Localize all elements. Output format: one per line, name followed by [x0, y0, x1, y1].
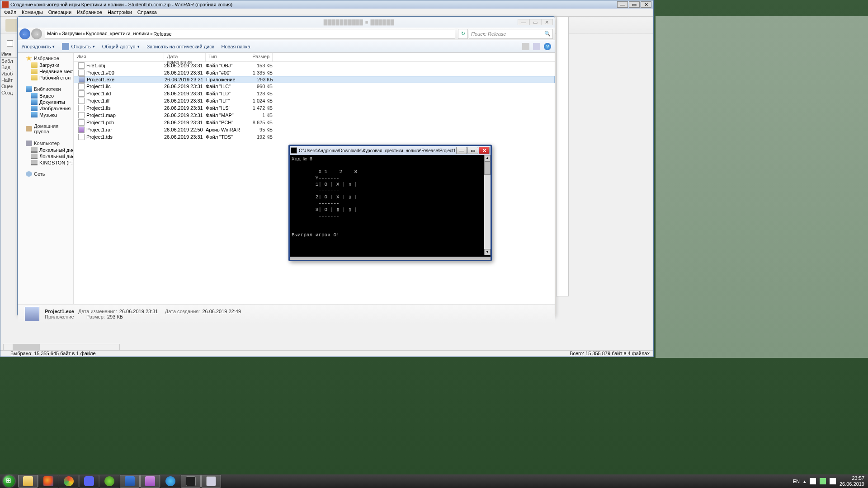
organize-button[interactable]: Упорядочить	[21, 44, 55, 49]
file-row[interactable]: Project1.pch26.06.2019 23:31Файл "PCH"8 …	[74, 119, 555, 126]
menu-file[interactable]: Файл	[4, 9, 16, 15]
taskbar-discord[interactable]	[79, 475, 99, 488]
view-icon[interactable]	[522, 43, 529, 50]
file-row[interactable]: Project1.exe26.06.2019 23:31Приложение29…	[74, 76, 555, 83]
help-icon[interactable]: ?	[544, 43, 551, 50]
tray-chevron-icon[interactable]: ▴	[803, 479, 806, 484]
explorer-min-button[interactable]: —	[518, 19, 529, 25]
tray-flag-icon[interactable]	[810, 478, 816, 484]
tray-volume-icon[interactable]	[830, 478, 836, 484]
tree-network[interactable]: Сеть	[18, 170, 73, 178]
breadcrumb-item[interactable]: Release	[153, 31, 171, 37]
file-type: Файл "PCH"	[206, 120, 247, 125]
explorer-titlebar-blur[interactable]: ██████████ ■ ██████ — ▭ ✕	[18, 17, 555, 28]
chrome-icon	[64, 476, 74, 486]
col-date[interactable]: Дата изменения	[164, 53, 206, 61]
scroll-down-icon[interactable]: ▼	[484, 249, 491, 255]
winrar-titlebar[interactable]: Создание компьютерной игры Крестики и но…	[0, 0, 653, 9]
refresh-button[interactable]: ↻	[458, 29, 468, 39]
console-min-button[interactable]: —	[456, 147, 467, 154]
col-name[interactable]: Имя	[74, 53, 164, 61]
file-icon	[78, 119, 85, 126]
search-input[interactable]: Поиск: Release	[469, 29, 553, 39]
breadcrumb-item[interactable]: Курсовая_крестики_нолики	[86, 31, 153, 37]
tree-item-desktop[interactable]: Рабочий стол	[18, 75, 73, 81]
col-header-name[interactable]: Имя	[0, 50, 18, 58]
share-button[interactable]: Общий доступ	[102, 44, 140, 49]
menu-commands[interactable]: Команды	[22, 9, 43, 15]
tree-item-drive-c[interactable]: Локальный диск (C	[18, 147, 73, 153]
tree-item-drive-f[interactable]: KINGSTON (F:)	[18, 160, 73, 166]
file-name: Project1.pch	[86, 120, 114, 125]
taskbar-app[interactable]	[201, 475, 221, 488]
menu-help[interactable]: Справка	[137, 9, 157, 15]
drive-icon	[31, 160, 38, 165]
taskbar-word[interactable]	[120, 475, 140, 488]
console-max-button[interactable]: ▭	[467, 147, 478, 154]
winrar-min-button[interactable]: —	[617, 1, 628, 8]
lang-indicator[interactable]: EN	[793, 479, 800, 484]
winrar-statusbar: Выбрано: 15 355 645 байт в 1 файле Всего…	[0, 350, 653, 357]
winrar-close-button[interactable]: ✕	[641, 1, 651, 8]
console-titlebar[interactable]: C:\Users\Андрюша\Downloads\Курсовая_крес…	[290, 146, 491, 155]
background-strip	[556, 16, 569, 296]
menu-operations[interactable]: Операции	[48, 9, 71, 15]
taskbar-firefox[interactable]	[38, 475, 58, 488]
taskbar-chrome[interactable]	[59, 475, 79, 488]
winrar-hscrollbar[interactable]	[3, 344, 120, 350]
breadcrumb-item[interactable]: Main	[47, 31, 62, 37]
scroll-up-icon[interactable]: ▲	[484, 155, 491, 161]
burn-button[interactable]: Записать на оптический диск	[147, 44, 214, 49]
tree-item-docs[interactable]: Документы	[18, 99, 73, 105]
nav-forward-button[interactable]: →	[31, 28, 42, 39]
open-button[interactable]: Открыть	[62, 43, 94, 50]
taskbar-explorer[interactable]	[18, 475, 38, 488]
file-date: 26.06.2019 23:31	[164, 84, 206, 89]
file-row[interactable]: Project1.ilc26.06.2019 23:31Файл "ILC"96…	[74, 83, 555, 90]
tree-item-recent[interactable]: Недавние места	[18, 68, 73, 75]
preview-icon[interactable]	[533, 43, 540, 50]
tree-item-downloads[interactable]: Загрузки	[18, 62, 73, 68]
explorer-max-button[interactable]: ▭	[529, 19, 541, 25]
details-name: Project1.exe	[45, 309, 74, 314]
tree-item-images[interactable]: Изображения	[18, 105, 73, 112]
file-row[interactable]: File1.obj26.06.2019 23:31Файл "OBJ"153 К…	[74, 62, 555, 69]
winrar-max-button[interactable]: ▭	[629, 1, 640, 8]
tree-item-video[interactable]: Видео	[18, 93, 73, 99]
tree-item-drive-d[interactable]: Локальный диск (D	[18, 153, 73, 160]
newfolder-button[interactable]: Новая папка	[222, 44, 250, 49]
file-row[interactable]: Project1.ilf26.06.2019 23:31Файл "ILF"1 …	[74, 97, 555, 104]
col-size[interactable]: Размер	[247, 53, 273, 61]
taskbar-clock[interactable]: 23:57 26.06.2019	[840, 475, 864, 487]
taskbar-ie[interactable]	[160, 475, 180, 488]
file-row[interactable]: Project1.tds26.06.2019 23:31Файл "TDS"19…	[74, 133, 555, 141]
taskbar-winrar[interactable]	[140, 475, 160, 488]
nav-back-button[interactable]: ←	[19, 28, 30, 39]
file-row[interactable]: Project1.ils26.06.2019 23:31Файл "ILS"1 …	[74, 104, 555, 112]
tree-computer[interactable]: Компьютер	[18, 140, 73, 147]
tree-favorites[interactable]: Избранное	[18, 55, 73, 62]
tree-libraries[interactable]: Библиотеки	[18, 85, 73, 93]
menu-favorites[interactable]: Избранное	[77, 9, 102, 15]
file-row[interactable]: Project1.#0026.06.2019 23:31Файл "#00"1 …	[74, 69, 555, 76]
file-row[interactable]: Project1.ild26.06.2019 23:31Файл "ILD"12…	[74, 90, 555, 97]
console-scrollbar[interactable]: ▲ ▼	[484, 155, 491, 255]
tray-network-icon[interactable]	[820, 478, 826, 484]
menu-settings[interactable]: Настройки	[108, 9, 132, 15]
file-icon	[78, 70, 85, 76]
col-type[interactable]: Тип	[206, 53, 247, 61]
file-row[interactable]: Project1.map26.06.2019 23:31Файл "MAP"1 …	[74, 112, 555, 119]
file-icon	[78, 105, 85, 111]
taskbar-torrent[interactable]	[99, 475, 119, 488]
tree-homegroup[interactable]: Домашняя группа	[18, 122, 73, 135]
tree-item-music[interactable]: Музыка	[18, 112, 73, 118]
explorer-close-button[interactable]: ✕	[541, 19, 553, 25]
console-close-button[interactable]: ✕	[479, 147, 490, 154]
scroll-thumb[interactable]	[484, 161, 491, 175]
file-row[interactable]: Project1.rar26.06.2019 22:50Архив WinRAR…	[74, 126, 555, 133]
file-date: 26.06.2019 23:31	[164, 105, 206, 111]
taskbar-console[interactable]	[181, 475, 201, 488]
breadcrumb[interactable]: Main Загрузки Курсовая_крестики_нолики R…	[45, 29, 455, 39]
breadcrumb-item[interactable]: Загрузки	[62, 31, 86, 37]
start-button[interactable]	[0, 474, 18, 488]
